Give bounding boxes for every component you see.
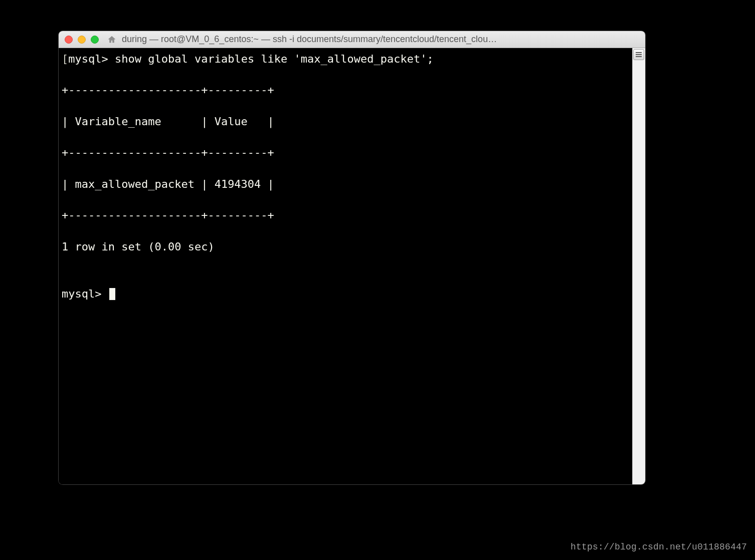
table-divider-middle: +--------------------+---------+ <box>62 145 629 160</box>
table-header-row: | Variable_name | Value | <box>62 114 629 129</box>
cursor-icon <box>109 288 115 300</box>
terminal-prompt: mysql> <box>68 53 108 65</box>
watermark-text: https://blog.csdn.net/u011886447 <box>571 542 747 552</box>
traffic-lights <box>65 36 99 44</box>
scroll-options-button[interactable] <box>633 49 644 60</box>
terminal-body-wrap: [mysql> show global variables like 'max_… <box>59 48 645 484</box>
home-icon <box>107 35 117 45</box>
menu-icon <box>636 52 642 57</box>
terminal-command: show global variables like 'max_allowed_… <box>115 53 434 65</box>
close-icon[interactable] <box>65 36 73 44</box>
terminal-prompt-idle: mysql> <box>62 288 108 300</box>
table-divider-bottom: +--------------------+---------+ <box>62 207 629 223</box>
window-title: during — root@VM_0_6_centos:~ — ssh -i d… <box>122 34 639 45</box>
minimize-icon[interactable] <box>78 36 86 44</box>
terminal-window: during — root@VM_0_6_centos:~ — ssh -i d… <box>59 31 645 484</box>
maximize-icon[interactable] <box>91 36 99 44</box>
table-divider-top: +--------------------+---------+ <box>62 82 629 98</box>
table-data-row: | max_allowed_packet | 4194304 | <box>62 176 629 192</box>
scrollbar[interactable] <box>632 48 645 484</box>
titlebar[interactable]: during — root@VM_0_6_centos:~ — ssh -i d… <box>59 31 645 48</box>
terminal-body[interactable]: [mysql> show global variables like 'max_… <box>59 48 632 484</box>
query-summary: 1 row in set (0.00 sec) <box>62 239 629 254</box>
